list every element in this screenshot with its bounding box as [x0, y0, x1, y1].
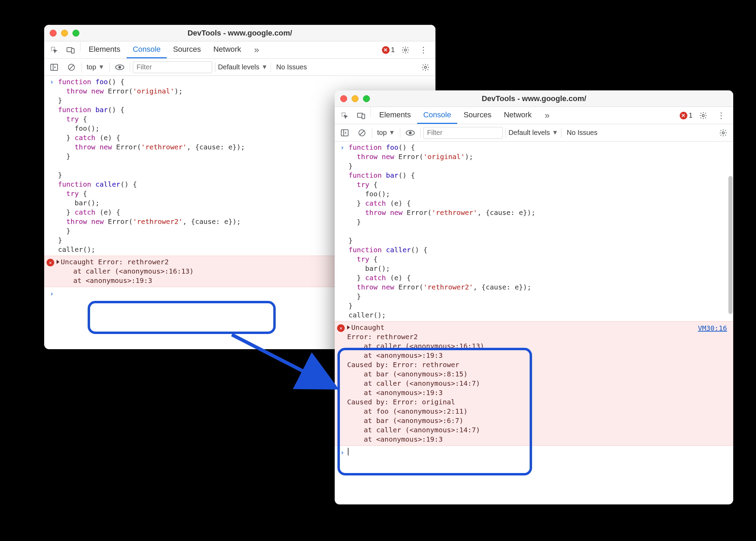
devtools-tabbar: ElementsConsoleSourcesNetwork » ✕ 1 ⋮: [335, 107, 733, 124]
device-toolbar-icon[interactable]: [354, 107, 369, 124]
error-count: 1: [391, 46, 395, 54]
zoom-window-button[interactable]: [363, 95, 370, 102]
tab-network[interactable]: Network: [207, 41, 247, 58]
error-message-row[interactable]: ✕ Uncaught Error: rethrower2 at caller (…: [335, 321, 733, 446]
scrollbar-thumb[interactable]: [728, 176, 733, 314]
tab-console[interactable]: Console: [417, 107, 458, 124]
settings-icon[interactable]: [398, 46, 413, 54]
console-settings-icon[interactable]: [418, 63, 433, 71]
code-block[interactable]: function foo() { throw new Error('origin…: [57, 77, 245, 254]
live-expression-icon[interactable]: [403, 130, 418, 136]
close-window-button[interactable]: [340, 95, 347, 102]
tab-sources[interactable]: Sources: [457, 107, 498, 124]
svg-point-9: [119, 66, 121, 68]
context-label: top: [87, 63, 96, 71]
window-title: DevTools - www.google.com/: [44, 29, 435, 38]
live-expression-icon[interactable]: [112, 64, 127, 70]
svg-point-21: [722, 132, 724, 134]
cursor: [348, 448, 348, 455]
context-label: top: [377, 129, 387, 137]
zoom-window-button[interactable]: [72, 30, 79, 37]
expand-triangle-icon[interactable]: [57, 260, 59, 264]
svg-point-3: [404, 49, 406, 51]
tab-elements[interactable]: Elements: [373, 107, 417, 124]
scrollbar-track[interactable]: [728, 176, 733, 501]
svg-rect-4: [51, 64, 58, 70]
error-count-badge[interactable]: ✕ 1: [680, 111, 693, 119]
issues-label[interactable]: No Issues: [274, 63, 310, 71]
expand-triangle-icon[interactable]: [347, 325, 350, 329]
error-text: Uncaught Error: rethrower2 at caller (<a…: [346, 323, 730, 444]
kebab-menu-icon[interactable]: ⋮: [416, 45, 431, 55]
device-toolbar-icon[interactable]: [63, 41, 78, 58]
console-settings-icon[interactable]: [716, 129, 730, 137]
log-levels-selector[interactable]: Default levels ▼: [509, 129, 558, 137]
sidebar-toggle-icon[interactable]: [337, 129, 352, 136]
devtools-tabbar: ElementsConsoleSourcesNetwork » ✕ 1 ⋮: [44, 41, 435, 59]
titlebar: DevTools - www.google.com/: [335, 90, 733, 107]
svg-point-20: [409, 132, 411, 134]
clear-console-icon[interactable]: [64, 63, 79, 71]
error-count: 1: [689, 111, 693, 119]
console-prompt[interactable]: ›: [335, 446, 733, 459]
source-link[interactable]: VM30:16: [698, 324, 727, 333]
settings-icon[interactable]: [696, 111, 710, 120]
error-icon: ✕: [337, 324, 345, 332]
more-tabs-icon[interactable]: »: [540, 107, 554, 124]
issues-label[interactable]: No Issues: [564, 129, 600, 137]
error-count-badge[interactable]: ✕ 1: [382, 46, 395, 54]
input-caret-icon: ›: [337, 448, 347, 457]
tab-sources[interactable]: Sources: [167, 41, 207, 58]
svg-rect-15: [341, 130, 348, 136]
minimize-window-button[interactable]: [61, 30, 68, 37]
svg-line-7: [69, 65, 73, 69]
log-levels-selector[interactable]: Default levels ▼: [218, 63, 268, 71]
svg-rect-2: [71, 49, 74, 53]
levels-label: Default levels: [509, 129, 550, 137]
tab-elements[interactable]: Elements: [82, 41, 127, 58]
console-content: › function foo() { throw new Error('orig…: [335, 141, 733, 504]
console-toolbar: top ▼ Default levels ▼ No Issues: [335, 124, 733, 141]
input-caret-icon: ›: [47, 77, 57, 254]
console-input-row: › function foo() { throw new Error('orig…: [335, 141, 733, 321]
inspect-element-icon[interactable]: [47, 41, 61, 58]
context-selector[interactable]: top ▼: [375, 129, 397, 137]
input-caret-icon: ›: [337, 143, 347, 320]
context-selector[interactable]: top ▼: [85, 63, 107, 71]
titlebar: DevTools - www.google.com/: [44, 25, 435, 41]
console-toolbar: top ▼ Default levels ▼ No Issues: [44, 59, 435, 76]
filter-input[interactable]: [133, 61, 212, 73]
input-caret-icon: ›: [47, 289, 57, 298]
clear-console-icon[interactable]: [355, 129, 369, 137]
levels-label: Default levels: [218, 63, 259, 71]
svg-rect-13: [362, 114, 365, 119]
inspect-element-icon[interactable]: [337, 107, 352, 124]
svg-line-18: [360, 131, 364, 135]
tab-network[interactable]: Network: [498, 107, 538, 124]
error-icon: ✕: [47, 259, 54, 266]
error-icon: ✕: [680, 112, 687, 119]
svg-point-10: [424, 66, 426, 68]
sidebar-toggle-icon[interactable]: [47, 64, 61, 71]
filter-input[interactable]: [423, 127, 503, 139]
window-title: DevTools - www.google.com/: [335, 94, 733, 103]
more-tabs-icon[interactable]: »: [249, 41, 264, 58]
code-block[interactable]: function foo() { throw new Error('origin…: [347, 143, 536, 320]
kebab-menu-icon[interactable]: ⋮: [714, 111, 728, 120]
svg-point-14: [702, 115, 704, 117]
tab-console[interactable]: Console: [127, 41, 167, 58]
close-window-button[interactable]: [50, 30, 57, 37]
minimize-window-button[interactable]: [352, 95, 359, 102]
error-icon: ✕: [382, 46, 390, 54]
